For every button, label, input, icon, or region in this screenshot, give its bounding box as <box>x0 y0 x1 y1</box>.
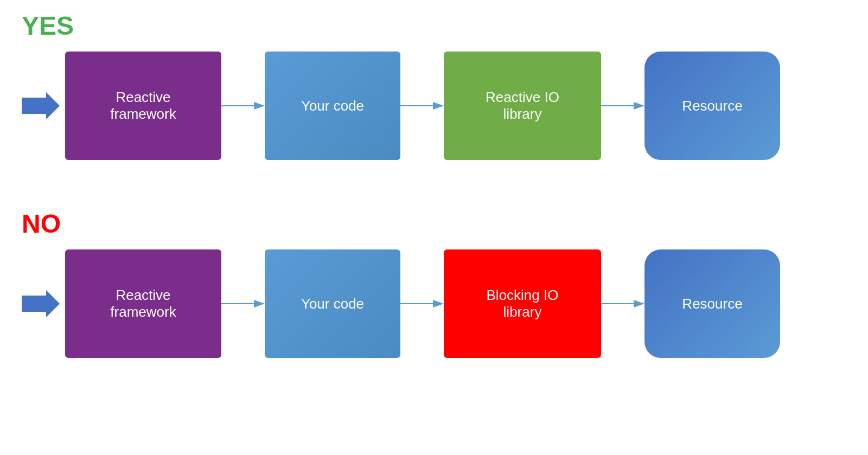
svg-marker-9 <box>254 300 265 307</box>
svg-marker-13 <box>634 300 644 307</box>
no-reactive-framework-box: Reactiveframework <box>65 249 221 358</box>
no-blocking-io-box: Blocking IOlibrary <box>444 249 601 358</box>
yes-connector-1 <box>221 98 265 114</box>
svg-marker-2 <box>254 102 265 110</box>
yes-diagram-row: Reactiveframework Your code <box>22 52 846 160</box>
yes-resource-box: Resource <box>644 52 780 160</box>
svg-marker-6 <box>634 102 644 110</box>
no-your-code-box: Your code <box>265 249 400 358</box>
no-diagram-row: Reactiveframework Your code <box>22 249 846 358</box>
svg-marker-7 <box>22 290 60 317</box>
page-container: YES Reactiveframework Your co <box>0 0 868 374</box>
yes-entry-arrow <box>22 91 60 121</box>
yes-label: YES <box>22 11 846 41</box>
no-section: NO Reactiveframework Your cod <box>22 209 846 363</box>
no-connector-3 <box>601 296 644 312</box>
yes-connector-2 <box>400 98 444 114</box>
svg-marker-4 <box>433 102 444 110</box>
no-entry-arrow <box>22 289 60 319</box>
svg-marker-0 <box>22 92 60 119</box>
no-label: NO <box>22 209 846 239</box>
yes-reactive-framework-box: Reactiveframework <box>65 52 221 160</box>
yes-reactive-io-box: Reactive IOlibrary <box>444 52 601 160</box>
yes-section: YES Reactiveframework Your co <box>22 11 846 165</box>
yes-connector-3 <box>601 98 644 114</box>
no-connector-2 <box>400 296 444 312</box>
no-connector-1 <box>221 296 265 312</box>
svg-marker-11 <box>433 300 444 307</box>
no-resource-box: Resource <box>644 249 780 358</box>
yes-your-code-box: Your code <box>265 52 400 160</box>
